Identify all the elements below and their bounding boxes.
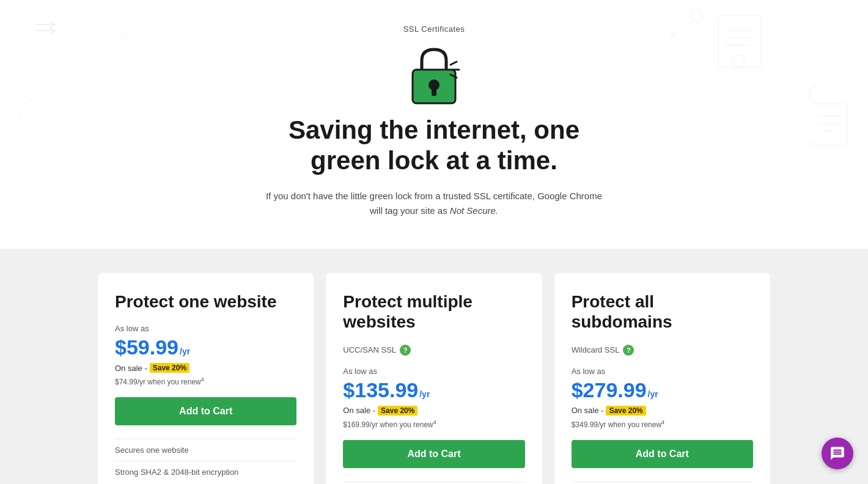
card-subdomains: Protect all subdomains Wildcard SSL ? As… bbox=[554, 273, 770, 484]
as-low-as-multiple: As low as bbox=[343, 367, 524, 376]
renew-text-subdomains: $349.99/yr when you renew4 bbox=[572, 419, 753, 429]
price-amount-multiple: $135.99 bbox=[343, 378, 418, 402]
feature-1-subdomains: Secures one website and all its sub-doma… bbox=[572, 482, 753, 484]
info-icon-subdomains[interactable]: ? bbox=[623, 345, 634, 356]
deco-circle-icon bbox=[690, 9, 703, 25]
svg-rect-16 bbox=[432, 87, 436, 96]
info-icon-multiple[interactable]: ? bbox=[400, 345, 411, 356]
lock-icon bbox=[406, 43, 462, 110]
feature-2-single: Strong SHA2 & 2048-bit encryption bbox=[115, 461, 296, 483]
svg-line-17 bbox=[451, 62, 457, 65]
sale-row-subdomains: On sale - Save 20% bbox=[572, 406, 753, 416]
card-title-single: Protect one website bbox=[115, 292, 296, 312]
card-single-website: Protect one website As low as $59.99 /yr… bbox=[98, 273, 314, 484]
card-multiple-websites: Protect multiple websites UCC/SAN SSL ? … bbox=[326, 273, 542, 484]
badge-label-subdomains: Wildcard SSL bbox=[572, 345, 620, 354]
feature-1-multiple: Secures up to five websites ? bbox=[343, 482, 524, 484]
hero-description-text1: If you don't have the little green lock … bbox=[266, 191, 602, 216]
price-row-single: $59.99 /yr bbox=[115, 336, 296, 359]
add-to-cart-multiple[interactable]: Add to Cart bbox=[343, 440, 524, 468]
price-amount-single: $59.99 bbox=[115, 336, 178, 359]
badge-label-multiple: UCC/SAN SSL bbox=[343, 345, 396, 354]
card-title-multiple: Protect multiple websites bbox=[343, 292, 524, 332]
card-title-subdomains: Protect all subdomains bbox=[572, 292, 753, 332]
save-badge-multiple: Save 20% bbox=[378, 406, 417, 416]
sale-text-multiple: On sale - bbox=[343, 406, 375, 415]
renew-text-single: $74.99/yr when you renew4 bbox=[115, 376, 296, 386]
hero-description-italic: Not Secure. bbox=[450, 205, 498, 216]
as-low-as-single: As low as bbox=[115, 324, 296, 333]
hero-title: Saving the internet, one green lock at a… bbox=[251, 115, 617, 177]
save-badge-subdomains: Save 20% bbox=[606, 406, 645, 416]
sale-row-multiple: On sale - Save 20% bbox=[343, 406, 524, 416]
badge-row-subdomains: Wildcard SSL ? bbox=[572, 345, 753, 356]
cards-section: Protect one website As low as $59.99 /yr… bbox=[0, 249, 868, 484]
add-to-cart-single[interactable]: Add to Cart bbox=[115, 397, 296, 425]
sale-text-subdomains: On sale - bbox=[572, 406, 604, 415]
save-badge-single: Save 20% bbox=[150, 363, 189, 373]
feature-1-single: Secures one website bbox=[115, 439, 296, 461]
chat-widget[interactable] bbox=[822, 438, 853, 469]
price-amount-subdomains: $279.99 bbox=[572, 378, 647, 402]
price-period-single: /yr bbox=[180, 346, 190, 356]
sale-text-single: On sale - bbox=[115, 364, 147, 373]
add-to-cart-subdomains[interactable]: Add to Cart bbox=[572, 440, 753, 468]
cards-container: Protect one website As low as $59.99 /yr… bbox=[98, 273, 770, 484]
as-low-as-subdomains: As low as bbox=[572, 367, 753, 376]
hero-section: SSL Certificates Saving the internet, on… bbox=[0, 0, 868, 249]
svg-point-8 bbox=[691, 10, 702, 21]
badge-row-multiple: UCC/SAN SSL ? bbox=[343, 345, 524, 356]
price-row-multiple: $135.99 /yr bbox=[343, 378, 524, 402]
hero-description: If you don't have the little green lock … bbox=[263, 189, 605, 218]
price-period-multiple: /yr bbox=[419, 389, 430, 399]
sale-row-single: On sale - Save 20% bbox=[115, 363, 296, 373]
hero-subtitle: SSL Certificates bbox=[12, 24, 856, 34]
renew-text-multiple: $169.99/yr when you renew4 bbox=[343, 419, 524, 429]
price-period-subdomains: /yr bbox=[648, 389, 658, 399]
price-row-subdomains: $279.99 /yr bbox=[572, 378, 753, 402]
